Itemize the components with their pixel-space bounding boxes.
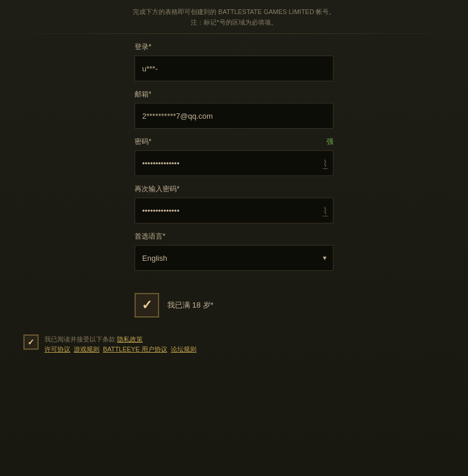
age-label: 我已满 18 岁* [167, 300, 214, 311]
confirm-password-input[interactable] [135, 198, 333, 223]
privacy-text-block: 我已阅读并接受以下条款 隐私政策 许可协议 游戏规则 BATTLEEYE 用户协… [44, 334, 197, 354]
terms-links-row: 许可协议 游戏规则 BATTLEEYE 用户协议 论坛规则 [44, 345, 197, 354]
privacy-checkbox[interactable]: ✓ [23, 334, 39, 350]
privacy-policy-link[interactable]: 隐私政策 [117, 336, 143, 343]
forum-rules-link[interactable]: 论坛规则 [171, 345, 197, 354]
email-field-group: 邮箱* [135, 89, 333, 129]
privacy-line1: 我已阅读并接受以下条款 隐私政策 [44, 334, 197, 345]
battleye-link[interactable]: BATTLEEYE 用户协议 [103, 345, 167, 354]
login-label: 登录* [135, 42, 333, 52]
rules-link[interactable]: 游戏规则 [74, 345, 99, 354]
age-checkbox[interactable]: ✓ [135, 293, 159, 318]
notice-line1: 完成下方的表格即可创建到的 BATTLESTATE GAMES LIMITED … [35, 7, 433, 18]
age-checkbox-row: ✓ 我已满 18 岁* [135, 293, 333, 318]
language-label: 首选语言* [135, 232, 333, 242]
confirm-input-wrapper: ⌇̲ [135, 198, 333, 223]
email-label: 邮箱* [135, 89, 333, 99]
top-notice: 完成下方的表格即可创建到的 BATTLESTATE GAMES LIMITED … [0, 2, 468, 32]
email-input[interactable] [135, 103, 333, 129]
language-select[interactable]: English Русский 中文 Deutsch Français Espa… [135, 245, 333, 271]
language-select-wrapper: English Русский 中文 Deutsch Français Espa… [135, 245, 333, 271]
password-eye-toggle[interactable]: ⌇̲ [323, 158, 328, 169]
confirm-password-field-group: 再次输入密码* ⌇̲ [135, 184, 333, 223]
license-link[interactable]: 许可协议 [44, 345, 70, 354]
password-label: 密码* 强 [135, 137, 333, 147]
age-checkmark: ✓ [142, 298, 152, 313]
login-input[interactable] [135, 56, 333, 81]
confirm-label: 再次输入密码* [135, 184, 333, 194]
password-field-group: 密码* 强 ⌇̲ [135, 137, 333, 176]
login-field-group: 登录* [135, 42, 333, 81]
page-wrapper: 完成下方的表格即可创建到的 BATTLESTATE GAMES LIMITED … [0, 0, 468, 476]
privacy-checkmark: ✓ [27, 337, 35, 347]
password-input-wrapper: ⌇̲ [135, 150, 333, 176]
password-input[interactable] [135, 150, 333, 176]
registration-form: 登录* 邮箱* 密码* 强 ⌇̲ 再次输入密码* ⌇̲ [135, 42, 333, 329]
language-field-group: 首选语言* English Русский 中文 Deutsch Françai… [135, 232, 333, 271]
confirm-eye-toggle[interactable]: ⌇̲ [323, 205, 328, 216]
divider [0, 33, 468, 34]
privacy-checkbox-row: ✓ 我已阅读并接受以下条款 隐私政策 许可协议 游戏规则 BATTLEEYE 用… [0, 334, 468, 354]
password-strength: 强 [326, 137, 333, 147]
notice-line2: 注：标记*号的区域为必填项。 [35, 18, 433, 28]
